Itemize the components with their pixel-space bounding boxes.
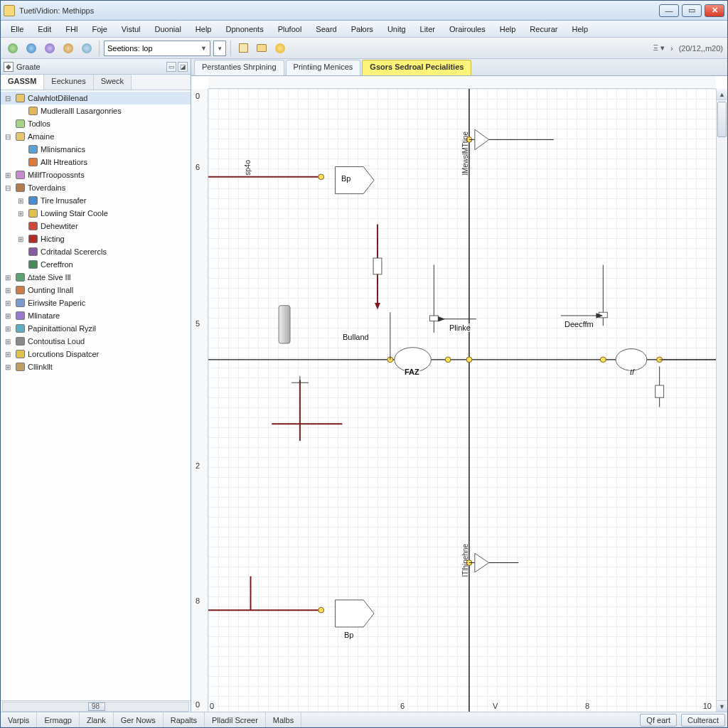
tree-item[interactable]: ⊞Tire lrnusafer: [1, 194, 191, 207]
panel-restore-button[interactable]: ▭: [166, 62, 176, 72]
tree-item[interactable]: Dehewtiter: [1, 220, 191, 232]
chevron-down-icon: ▾: [218, 45, 222, 52]
tree-item[interactable]: Cdritadal Scerercls: [1, 245, 191, 258]
doc-tab-active[interactable]: Gsors Sedroal Pecialities: [362, 60, 471, 75]
doc-tab[interactable]: Printiing Menices: [286, 60, 361, 75]
tool-refresh-icon[interactable]: [42, 41, 58, 56]
menu-item[interactable]: Edit: [32, 23, 57, 36]
tree-twisty-icon[interactable]: ⊟: [4, 95, 12, 102]
tree-item[interactable]: ⊟CalwhlotDililenad: [1, 92, 191, 105]
tree-twisty-icon[interactable]: ⊞: [4, 274, 12, 282]
side-tab-eeckunes[interactable]: Eeckunes: [44, 75, 93, 90]
tree-twisty-icon[interactable]: ⊞: [4, 299, 12, 307]
svg-point-19: [445, 357, 451, 363]
status-cell[interactable]: Ermagp: [37, 712, 80, 727]
side-tab-sweck[interactable]: Sweck: [94, 75, 132, 90]
tree-item[interactable]: Mudleralll Lasargonries: [1, 105, 191, 117]
status-button[interactable]: Culteract: [681, 714, 725, 727]
scroll-up-icon[interactable]: ▲: [717, 89, 727, 100]
tree-twisty-icon[interactable]: ⊞: [4, 312, 12, 320]
tool-gear-icon[interactable]: [60, 41, 76, 56]
tree-view[interactable]: ⊟CalwhlotDililenadMudleralll Lasargonrie…: [1, 90, 191, 700]
menu-item[interactable]: Duonial: [149, 23, 187, 36]
scrollbar-thumb[interactable]: [717, 102, 727, 137]
tree-item-label: Lorcutions Dispatcer: [28, 350, 99, 358]
menu-item[interactable]: Liter: [414, 23, 441, 36]
menu-item[interactable]: Seard: [310, 23, 342, 36]
status-cell[interactable]: Ger Nows: [114, 712, 164, 727]
tree-twisty-icon[interactable]: ⊞: [4, 363, 12, 371]
tree-twisty-icon[interactable]: ⊞: [4, 325, 12, 333]
tree-item[interactable]: ⊞Papinitattional Ryzil: [1, 322, 191, 335]
diagram-canvas[interactable]: Bp Bp Bulland Plinke Deecffm FA͏Z tf sp4…: [208, 89, 716, 712]
tree-item[interactable]: ⊞Ounting Ilnall: [1, 284, 191, 296]
menu-item[interactable]: Help: [494, 23, 522, 36]
tree-item-label: Cereffron: [41, 260, 73, 269]
menu-item[interactable]: FHl: [60, 23, 83, 36]
pin-icon[interactable]: ◆: [4, 62, 14, 72]
tool-world-icon[interactable]: [23, 41, 39, 56]
status-cell[interactable]: Plladil Screer: [205, 712, 266, 727]
menu-item[interactable]: Dpnonents: [220, 23, 269, 36]
tree-twisty-icon[interactable]: ⊟: [4, 133, 12, 141]
side-hscrollbar[interactable]: 98: [1, 700, 191, 712]
menu-item[interactable]: Plufool: [272, 23, 308, 36]
status-cell[interactable]: Malbs: [266, 712, 301, 727]
status-cell[interactable]: Rapalts: [164, 712, 205, 727]
tree-item[interactable]: ⊞∆tate Sive Ill: [1, 271, 191, 284]
tool-list-icon[interactable]: [235, 41, 251, 56]
tree-item[interactable]: ⊟Toverdains: [1, 181, 191, 194]
vertical-scrollbar[interactable]: ▲ ▼: [716, 89, 727, 712]
tree-item[interactable]: ⊞Eiriwsite Paperic: [1, 296, 191, 309]
sections-combo[interactable]: Seetions: lop ▼: [104, 41, 210, 56]
small-combo[interactable]: ▾: [213, 41, 226, 56]
tree-twisty-icon[interactable]: ⊞: [16, 210, 25, 218]
tree-item[interactable]: Allt Htreatiors: [1, 156, 191, 168]
tree-twisty-icon[interactable]: ⊞: [4, 287, 12, 294]
tree-twisty-icon[interactable]: ⊞: [4, 350, 12, 358]
tree-item[interactable]: ⊞MillfTroopossnts: [1, 168, 191, 181]
menu-item[interactable]: Elle: [5, 23, 29, 36]
tree-twisty-icon[interactable]: ⊞: [16, 197, 25, 205]
tree-item[interactable]: ⊞Lorcutions Dispatcer: [1, 348, 191, 360]
tool-folder-icon[interactable]: [254, 41, 269, 56]
tree-twisty-icon[interactable]: ⊞: [4, 338, 12, 346]
menu-glyph-icon[interactable]: Ξ ▾: [653, 43, 665, 53]
scroll-down-icon[interactable]: ▼: [717, 700, 727, 712]
menu-item[interactable]: Help: [566, 23, 594, 36]
tree-item[interactable]: Todlos: [1, 117, 191, 130]
tool-star-icon[interactable]: [272, 41, 288, 56]
menu-item[interactable]: Unitg: [382, 23, 412, 36]
status-button[interactable]: Qf eart: [640, 714, 677, 727]
side-tab-gassm[interactable]: GASSM: [1, 75, 44, 90]
tree-item[interactable]: ⊞Cllinkllt: [1, 360, 191, 373]
tree-item[interactable]: ⊞Lowiing Stair Coole: [1, 207, 191, 220]
tree-twisty-icon[interactable]: ⊞: [4, 171, 12, 179]
status-cell[interactable]: Zlank: [80, 712, 114, 727]
menu-item[interactable]: Orairoules: [444, 23, 491, 36]
tree-twisty-icon[interactable]: ⊞: [16, 235, 25, 243]
tree-item[interactable]: ⊞Contoutisa Loud: [1, 335, 191, 348]
minimize-button[interactable]: —: [659, 4, 679, 17]
menu-item[interactable]: Pałors: [346, 23, 379, 36]
nav-arrow-icon[interactable]: ›: [670, 44, 673, 53]
tree-item[interactable]: Mlinismanics: [1, 143, 191, 156]
tree-twisty-icon[interactable]: ⊟: [4, 184, 12, 192]
tree-item-label: Amaine: [28, 132, 54, 141]
menu-item[interactable]: Help: [190, 23, 218, 36]
doc-tab[interactable]: Perstanties Shrpining: [194, 60, 284, 75]
tool-sphere-icon[interactable]: [79, 41, 95, 56]
tool-globe-icon[interactable]: [5, 41, 21, 56]
tree-item[interactable]: Cereffron: [1, 258, 191, 271]
panel-close-button[interactable]: ◪: [178, 62, 188, 72]
menu-item[interactable]: Recurar: [524, 23, 563, 36]
tree-item[interactable]: ⊟Amaine: [1, 130, 191, 143]
tree-item[interactable]: ⊞Mlinatare: [1, 309, 191, 322]
tree-item-label: Papinitattional Ryzil: [28, 324, 96, 333]
close-button[interactable]: ✕: [705, 4, 724, 17]
maximize-button[interactable]: ▭: [682, 4, 702, 17]
status-cell[interactable]: Varpis: [1, 712, 37, 727]
tree-item[interactable]: ⊞Hicting: [1, 232, 191, 245]
menu-item[interactable]: Vistul: [116, 23, 146, 36]
menu-item[interactable]: Foje: [86, 23, 112, 36]
